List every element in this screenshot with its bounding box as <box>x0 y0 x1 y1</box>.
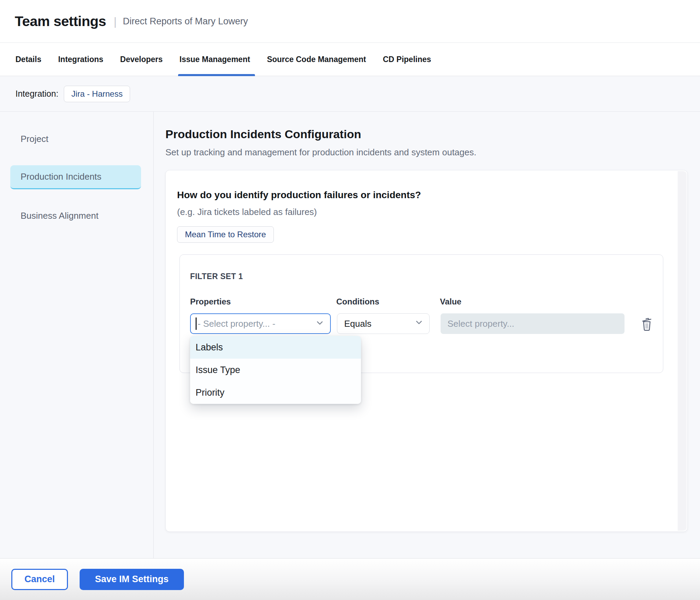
property-select-placeholder: - Select property... - <box>198 319 275 329</box>
column-header-conditions: Conditions <box>336 297 440 307</box>
page-title: Team settings <box>15 13 106 29</box>
trash-icon <box>640 328 654 333</box>
incidents-config-card: How do you identify production failures … <box>165 170 688 532</box>
card-scrollbar[interactable] <box>678 171 687 531</box>
metric-tab-mean-time-to-restore[interactable]: Mean Time to Restore <box>177 226 274 243</box>
cancel-button[interactable]: Cancel <box>11 569 68 590</box>
tab-issue-management[interactable]: Issue Management <box>179 43 250 76</box>
filter-column-headers: Properties Conditions Value <box>190 297 663 307</box>
text-cursor <box>196 317 197 330</box>
team-name-subtitle: Direct Reports of Mary Lowery <box>123 16 248 27</box>
integration-label: Integration: <box>15 89 58 99</box>
dropdown-option-priority[interactable]: Priority <box>190 381 361 404</box>
save-im-settings-button[interactable]: Save IM Settings <box>80 569 184 590</box>
filter-set-title: FILTER SET 1 <box>190 272 663 281</box>
content-area: Project Production Incidents Business Al… <box>0 112 700 558</box>
config-question: How do you identify production failures … <box>177 190 687 201</box>
settings-tab-bar: Details Integrations Developers Issue Ma… <box>0 43 700 76</box>
sidebar-item-business-alignment[interactable]: Business Alignment <box>10 204 141 228</box>
tab-integrations[interactable]: Integrations <box>58 43 103 76</box>
property-options-dropdown: Labels Issue Type Priority <box>190 336 361 404</box>
dropdown-option-issue-type[interactable]: Issue Type <box>190 359 361 381</box>
column-header-properties: Properties <box>190 297 336 307</box>
property-select[interactable]: - Select property... - Labels Issue Type… <box>190 313 331 334</box>
tab-details[interactable]: Details <box>15 43 41 76</box>
section-title: Production Incidents Configuration <box>165 128 700 141</box>
main-panel: Production Incidents Configuration Set u… <box>154 112 700 558</box>
filter-row: - Select property... - Labels Issue Type… <box>190 313 663 334</box>
chevron-down-icon <box>414 318 424 330</box>
title-separator: | <box>114 15 117 28</box>
sidebar-item-project[interactable]: Project <box>10 127 141 151</box>
integration-chip-jira-harness[interactable]: Jira - Harness <box>64 86 130 102</box>
section-subtitle: Set up tracking and management for produ… <box>165 147 700 158</box>
integration-bar: Integration: Jira - Harness <box>0 76 700 112</box>
tab-developers[interactable]: Developers <box>120 43 163 76</box>
config-hint: (e.g. Jira tickets labeled as failures) <box>177 207 687 217</box>
value-input[interactable] <box>441 313 625 334</box>
tab-source-code-management[interactable]: Source Code Management <box>267 43 366 76</box>
footer-action-bar: Cancel Save IM Settings <box>0 558 700 600</box>
chevron-down-icon <box>315 318 325 329</box>
page-header: Team settings | Direct Reports of Mary L… <box>0 0 700 43</box>
sidebar-item-production-incidents[interactable]: Production Incidents <box>10 165 141 189</box>
condition-select-value: Equals <box>344 319 372 329</box>
tab-cd-pipelines[interactable]: CD Pipelines <box>383 43 431 76</box>
filter-set-box: FILTER SET 1 Properties Conditions Value… <box>179 254 663 373</box>
condition-select[interactable]: Equals <box>337 313 430 334</box>
delete-filter-button[interactable] <box>640 315 654 332</box>
column-header-value: Value <box>440 297 663 307</box>
dropdown-option-labels[interactable]: Labels <box>190 336 361 359</box>
settings-sidebar: Project Production Incidents Business Al… <box>0 112 154 558</box>
